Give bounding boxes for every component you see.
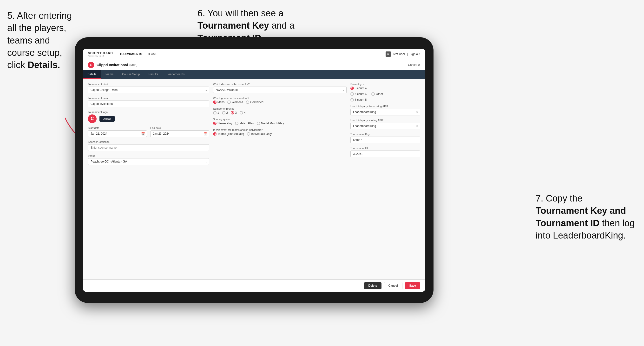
tournament-key-value: 6efbb7: [350, 137, 420, 143]
format-group: Format type 5 count 4 6 count 4: [350, 83, 420, 101]
page-title: Clippd Invitational: [96, 63, 128, 67]
format-row2: 6 count 4 Other: [350, 92, 420, 96]
logo-area: C Upload: [88, 114, 209, 123]
cancel-button[interactable]: Cancel: [384, 282, 402, 289]
sponsor-input[interactable]: [88, 144, 209, 151]
main-content: Tournament Host Clippd College - Men Tou…: [83, 79, 425, 279]
delete-button[interactable]: Delete: [364, 282, 382, 289]
scoring-stroke[interactable]: Stroke Play: [213, 122, 232, 125]
start-date-input[interactable]: [88, 130, 147, 137]
tournament-name-input[interactable]: [88, 101, 209, 107]
format-6count5-radio[interactable]: [350, 98, 354, 101]
nav-tournaments[interactable]: TOURNAMENTS: [120, 52, 142, 56]
tournament-name-label: Tournament name: [88, 97, 209, 100]
end-date-group: End date 📅: [150, 127, 209, 137]
end-date-input[interactable]: [150, 130, 209, 137]
annotation-top-left: 5. After entering all the players, teams…: [7, 10, 77, 71]
save-button[interactable]: Save: [405, 282, 420, 289]
avatar: SI: [386, 51, 391, 57]
round-2[interactable]: 2: [222, 111, 228, 114]
scoring-medal-radio[interactable]: [257, 122, 260, 125]
upload-button[interactable]: Upload: [100, 116, 115, 122]
rounds-group: Number of rounds 1 2 3: [213, 107, 346, 114]
left-column: Tournament Host Clippd College - Men Tou…: [88, 83, 209, 276]
api1-group: Use third-party live scoring API? ✕: [350, 105, 420, 115]
round-3-radio[interactable]: [231, 111, 234, 114]
division-select[interactable]: NCAA Division III: [213, 87, 346, 93]
tab-results[interactable]: Results: [144, 70, 162, 79]
format-options: 5 count 4 6 count 4 Other: [350, 87, 420, 101]
team-teams-radio[interactable]: [213, 132, 216, 136]
round-3[interactable]: 3: [231, 111, 237, 114]
rounds-label: Number of rounds: [213, 107, 346, 110]
api1-input[interactable]: [350, 109, 420, 115]
round-4-radio[interactable]: [240, 111, 243, 114]
start-date-label: Start date: [88, 127, 147, 129]
page-header: C Clippd Invitational (Men) Cancel ✕: [83, 60, 425, 70]
tab-teams[interactable]: Teams: [101, 70, 118, 79]
tournament-logo-label: Tournament logo: [88, 111, 209, 114]
tournament-host-group: Tournament Host Clippd College - Men: [88, 83, 209, 93]
gender-combined[interactable]: Combined: [246, 101, 264, 104]
tournament-id-label: Tournament ID: [350, 147, 420, 150]
venue-label: Venue: [88, 154, 209, 157]
scoring-match[interactable]: Match Play: [235, 122, 254, 125]
round-1-radio[interactable]: [213, 111, 216, 114]
round-1[interactable]: 1: [213, 111, 219, 114]
api1-input-wrapper: ✕: [350, 109, 420, 115]
format-option-other[interactable]: Other: [371, 92, 383, 96]
cancel-link[interactable]: Cancel ✕: [408, 63, 420, 67]
gender-combined-radio[interactable]: [246, 101, 249, 104]
scoring-match-radio[interactable]: [235, 122, 238, 125]
scoring-medal[interactable]: Medal Match Play: [257, 122, 284, 125]
page-logo: C: [88, 62, 94, 68]
round-2-radio[interactable]: [222, 111, 226, 114]
team-teams[interactable]: Teams (+Individuals): [213, 132, 244, 136]
tournament-host-label: Tournament Host: [88, 83, 209, 86]
middle-column: Which division is the event for? NCAA Di…: [213, 83, 346, 276]
brand-sub: Powered by clippd: [88, 55, 113, 57]
logo-preview: C: [88, 114, 96, 123]
division-select-wrapper: NCAA Division III: [213, 87, 346, 93]
tournament-id-value: 302051: [350, 151, 420, 157]
gender-womens[interactable]: Womens: [227, 101, 243, 104]
sign-out-link[interactable]: Sign out: [410, 52, 420, 56]
tab-bar: Details Teams Course Setup Results Leade…: [83, 70, 425, 79]
tournament-host-select[interactable]: Clippd College - Men: [88, 87, 209, 93]
format-option-6count4[interactable]: 6 count 4: [350, 92, 366, 96]
end-date-label: End date: [150, 127, 209, 129]
start-date-group: Start date 📅: [88, 127, 147, 137]
format-label: Format type: [350, 83, 420, 86]
nav-teams[interactable]: TEAMS: [148, 52, 157, 56]
format-option-6count5: 6 count 5: [350, 98, 420, 101]
rounds-radio-group: 1 2 3 4: [213, 111, 346, 114]
tab-leaderboards[interactable]: Leaderboards: [162, 70, 189, 79]
tournament-key-label: Tournament Key: [350, 133, 420, 136]
tablet-screen: SCOREBOARD Powered by clippd TOURNAMENTS…: [83, 49, 425, 292]
tournament-logo-group: Tournament logo C Upload: [88, 111, 209, 123]
api1-clear-icon[interactable]: ✕: [416, 110, 418, 114]
user-name: Test User: [393, 52, 405, 56]
gender-mens[interactable]: Mens: [213, 101, 224, 104]
gender-group: Which gender is the event for? Mens Wome…: [213, 97, 346, 104]
right-column: Format type 5 count 4 6 count 4: [350, 83, 420, 276]
format-option-5count4: 5 count 4: [350, 87, 420, 90]
format-other-radio[interactable]: [371, 92, 375, 96]
scoring-stroke-radio[interactable]: [213, 122, 216, 125]
start-date-icon: 📅: [141, 132, 145, 135]
format-6count4-radio[interactable]: [350, 92, 354, 96]
gender-mens-radio[interactable]: [213, 101, 216, 104]
format-5count4-radio[interactable]: [350, 87, 354, 90]
page-subtitle: (Men): [129, 63, 138, 67]
venue-select[interactable]: Peachtree GC - Atlanta - GA: [88, 158, 209, 165]
api1-label: Use third-party live scoring API?: [350, 105, 420, 108]
round-4[interactable]: 4: [240, 111, 246, 114]
gender-womens-radio[interactable]: [227, 101, 231, 104]
api2-clear-icon[interactable]: ✕: [416, 124, 418, 127]
gender-radio-group: Mens Womens Combined: [213, 101, 346, 104]
team-individuals[interactable]: Individuals Only: [247, 132, 272, 136]
tab-course-setup[interactable]: Course Setup: [118, 70, 144, 79]
api2-input[interactable]: [350, 123, 420, 129]
tab-details[interactable]: Details: [83, 70, 101, 79]
team-individuals-radio[interactable]: [247, 132, 250, 136]
